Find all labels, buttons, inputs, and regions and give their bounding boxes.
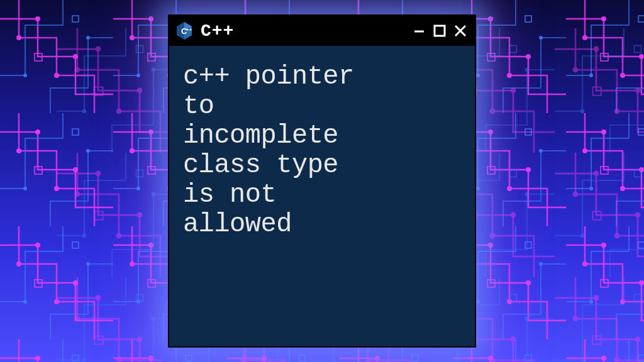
- terminal-window: C + + C++ c++ pointer to incomplete clas…: [168, 14, 476, 348]
- window-title: C++: [201, 21, 406, 41]
- titlebar: C + + C++: [169, 16, 475, 46]
- minimize-button[interactable]: [412, 23, 428, 39]
- close-button[interactable]: [452, 23, 469, 39]
- terminal-content: c++ pointer to incomplete class type is …: [169, 46, 475, 256]
- svg-text:+: +: [189, 28, 192, 32]
- svg-text:+: +: [186, 28, 189, 32]
- cpp-logo-icon: C + +: [174, 21, 194, 41]
- maximize-button[interactable]: [432, 23, 448, 39]
- window-controls: [412, 23, 469, 39]
- svg-rect-19: [435, 26, 445, 36]
